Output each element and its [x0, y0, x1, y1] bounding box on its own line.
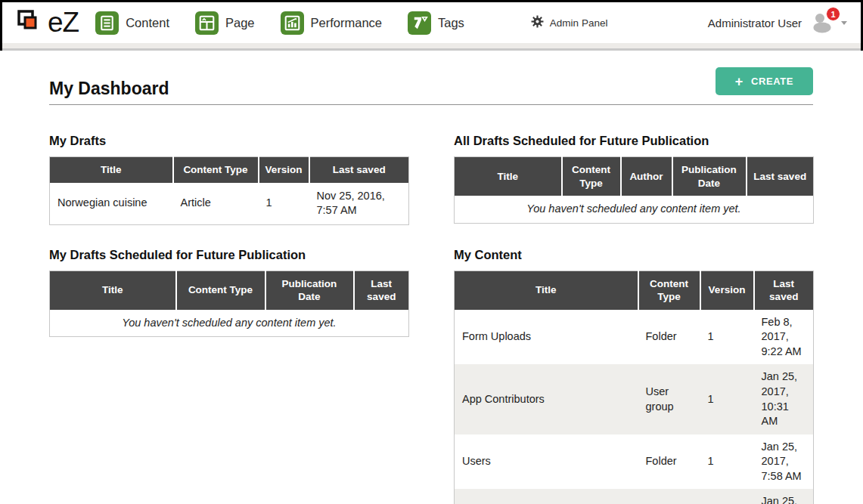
dashboard-grid: My Drafts Title Content Type Version Las…	[49, 134, 813, 504]
plus-icon: +	[735, 77, 743, 86]
empty-row: You haven't scheduled any content item y…	[50, 310, 409, 337]
cell-content-type: Folder	[638, 489, 700, 504]
column-header: Last saved	[309, 157, 409, 183]
cell-content-type: Folder	[638, 310, 700, 365]
my-drafts-scheduled-table: Title Content Type Publication Date Last…	[49, 271, 409, 338]
ez-logo[interactable]: eZ	[16, 7, 79, 39]
empty-message: You haven't scheduled any content item y…	[455, 196, 814, 223]
user-name: Administrator User	[708, 17, 802, 29]
empty-row: You haven't scheduled any content item y…	[455, 196, 814, 223]
cell-title: Form Uploads	[455, 310, 638, 365]
cell-last-saved: Jan 25, 2017, 7:55 AM	[754, 489, 814, 504]
column-header: Title	[455, 157, 562, 196]
column-header: Content Type	[638, 271, 700, 310]
table-row[interactable]: Form Uploads Folder 1 Feb 8, 2017, 9:22 …	[455, 310, 814, 365]
page-header: My Dashboard + CREATE	[49, 67, 813, 105]
cell-version: 1	[700, 489, 754, 504]
tags-icon	[408, 11, 431, 35]
column-header: Title	[455, 271, 638, 310]
nav-item-content[interactable]: Content	[95, 11, 169, 35]
nav-item-tags[interactable]: Tags	[408, 11, 464, 35]
my-drafts-table: Title Content Type Version Last saved No…	[49, 156, 409, 225]
admin-panel-label: Admin Panel	[550, 17, 608, 29]
cell-version: 1	[259, 183, 309, 225]
table-row[interactable]: Norwegian cuisine Article 1 Nov 25, 2016…	[50, 183, 409, 225]
column-header: Last saved	[747, 157, 814, 196]
top-chrome: eZ Content	[0, 2, 863, 51]
cell-title: Users	[455, 434, 638, 490]
table-row[interactable]: App Contributors User group 1 Jan 25, 20…	[455, 364, 814, 434]
nav-item-page[interactable]: Page	[195, 11, 255, 35]
ez-logo-text: eZ	[48, 7, 79, 39]
nav-item-label: Performance	[311, 16, 382, 30]
section-title: My Content	[454, 248, 813, 262]
cell-content-type: User group	[638, 364, 700, 434]
gear-icon	[531, 15, 544, 31]
table-header-row: Title Content Type Publication Date Last…	[50, 271, 409, 310]
table-header-row: Title Content Type Version Last saved	[455, 271, 814, 310]
column-header: Version	[700, 271, 754, 310]
avatar[interactable]: 1	[809, 12, 834, 33]
column-header: Last saved	[754, 271, 814, 310]
cell-title: App	[455, 489, 638, 504]
all-drafts-scheduled-table: Title Content Type Author Publication Da…	[454, 156, 814, 224]
section-title: My Drafts	[49, 134, 408, 148]
column-header: Content Type	[176, 271, 265, 310]
admin-panel-button[interactable]: Admin Panel	[531, 15, 608, 31]
column-header: Author	[621, 157, 672, 196]
nav-item-label: Tags	[438, 16, 464, 30]
empty-message: You haven't scheduled any content item y…	[50, 310, 409, 337]
section-title: My Drafts Scheduled for Future Publicati…	[49, 248, 408, 262]
column-header: Content Type	[562, 157, 621, 196]
topbar: eZ Content	[2, 2, 861, 43]
column-header: Content Type	[173, 157, 259, 183]
section-title: All Drafts Scheduled for Future Publicat…	[454, 134, 813, 148]
content-icon	[95, 11, 119, 35]
cell-title: Norwegian cuisine	[50, 183, 173, 225]
column-header: Publication Date	[672, 157, 747, 196]
cell-title: App Contributors	[455, 364, 638, 434]
nav-item-performance[interactable]: Performance	[281, 11, 382, 35]
column-header: Version	[259, 157, 309, 183]
user-menu[interactable]: Administrator User 1	[708, 12, 847, 33]
performance-icon	[281, 11, 304, 35]
table-row[interactable]: Users Folder 1 Jan 25, 2017, 7:58 AM	[455, 434, 814, 490]
cell-last-saved: Jan 25, 2017, 10:31 AM	[754, 364, 814, 434]
cell-version: 1	[700, 364, 754, 434]
page-icon	[195, 11, 219, 35]
section-my-content: My Content Title Content Type Version La…	[454, 248, 813, 504]
table-header-row: Title Content Type Author Publication Da…	[455, 157, 814, 196]
cell-last-saved: Jan 25, 2017, 7:58 AM	[754, 434, 814, 490]
main-nav: Content Page	[95, 11, 464, 35]
cell-version: 1	[700, 434, 754, 490]
column-header: Last saved	[354, 271, 409, 310]
cell-content-type: Article	[173, 183, 259, 225]
column-header: Title	[50, 271, 176, 310]
section-all-drafts-scheduled: All Drafts Scheduled for Future Publicat…	[454, 134, 813, 224]
chevron-down-icon[interactable]	[841, 21, 847, 25]
section-my-drafts: My Drafts Title Content Type Version Las…	[49, 134, 408, 225]
notification-badge[interactable]: 1	[826, 7, 840, 21]
nav-item-label: Content	[126, 16, 169, 30]
column-header: Publication Date	[265, 271, 354, 310]
cell-version: 1	[700, 310, 754, 365]
ez-logo-icon	[16, 8, 43, 38]
section-my-drafts-scheduled: My Drafts Scheduled for Future Publicati…	[49, 248, 408, 338]
create-button-label: CREATE	[751, 76, 793, 87]
dashboard-main: My Dashboard + CREATE My Drafts Title Co…	[0, 51, 863, 504]
table-row[interactable]: App Folder 1 Jan 25, 2017, 7:55 AM	[455, 489, 814, 504]
cell-last-saved: Nov 25, 2016, 7:57 AM	[309, 183, 409, 225]
page-title: My Dashboard	[49, 79, 169, 99]
table-header-row: Title Content Type Version Last saved	[50, 157, 409, 183]
nav-item-label: Page	[225, 16, 255, 30]
my-content-table: Title Content Type Version Last saved Fo…	[454, 271, 814, 504]
cell-content-type: Folder	[638, 434, 700, 490]
column-header: Title	[50, 157, 173, 183]
header-separator	[2, 43, 861, 51]
create-button[interactable]: + CREATE	[716, 67, 813, 95]
cell-last-saved: Feb 8, 2017, 9:22 AM	[754, 310, 814, 365]
